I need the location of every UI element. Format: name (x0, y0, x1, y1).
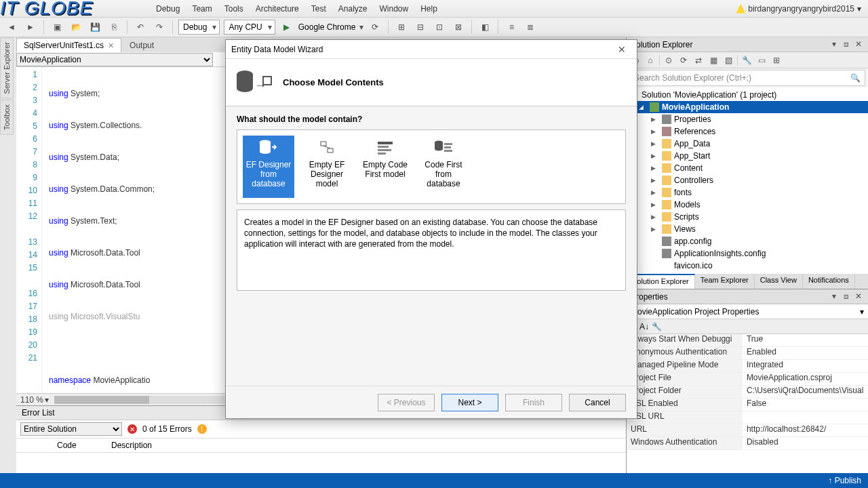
next-button[interactable]: Next > (441, 394, 498, 411)
toolbar-icon[interactable]: ⊞ (394, 20, 409, 35)
refresh-icon[interactable]: ⟳ (677, 54, 690, 66)
signed-in-user[interactable]: birdangryangryangrybird2015 ▾ (736, 4, 861, 14)
sidetab-server-explorer[interactable]: Server Explorer (0, 37, 14, 98)
tree-item[interactable]: ▶Properties (627, 113, 868, 125)
properties-grid[interactable]: Always Start When DebuggiTrueAnonymous A… (627, 334, 868, 473)
tree-item[interactable]: ▶Scripts (627, 211, 868, 223)
collapse-icon[interactable]: ⊙ (663, 54, 675, 66)
tab-notifications[interactable]: Notifications (803, 274, 855, 289)
right-panel-tabs: Solution Explorer Team Explorer Class Vi… (627, 274, 868, 289)
run-target[interactable]: Google Chrome (298, 22, 356, 32)
preview-icon[interactable]: ▭ (755, 54, 768, 66)
tree-item[interactable]: app.config (627, 235, 868, 247)
tab-team-explorer[interactable]: Team Explorer (695, 274, 755, 289)
property-row[interactable]: Project FolderC:\Users\iQra\Documents\Vi… (627, 386, 868, 399)
toolbar-icon[interactable]: ⊟ (413, 20, 428, 35)
alpha-sort-icon[interactable]: A↓ (639, 322, 649, 331)
namespace-select[interactable]: MovieApplication (16, 53, 213, 66)
editor-tab-output[interactable]: Output (123, 39, 161, 52)
tab-class-view[interactable]: Class View (755, 274, 803, 289)
dropdown-icon[interactable]: ▾ (829, 39, 840, 50)
menu-analyze[interactable]: Analyze (338, 4, 368, 14)
pin-icon[interactable]: ⧈ (841, 39, 852, 50)
close-icon[interactable]: ✕ (108, 41, 114, 50)
show-all-icon[interactable]: ▧ (722, 54, 734, 66)
properties-icon[interactable]: 🔧 (741, 54, 753, 66)
choice-empty-ef-designer[interactable]: Empty EF Designer model (301, 136, 353, 198)
property-row[interactable]: Managed Pipeline ModeIntegrated (627, 360, 868, 373)
toolbar-icon[interactable]: ≡ (504, 20, 519, 35)
zoom-level[interactable]: 110 % (20, 395, 43, 405)
editor-tab-active[interactable]: SqlServerUnitTest1.cs✕ (16, 38, 121, 52)
svg-rect-8 (378, 152, 386, 155)
platform-select[interactable]: Any CPU (224, 20, 275, 35)
error-scope-select[interactable]: Entire Solution (20, 422, 122, 436)
tree-item[interactable]: ▶App_Data (627, 138, 868, 150)
tree-item[interactable]: ApplicationInsights.config (627, 247, 868, 260)
tree-item[interactable]: favicon.ico (627, 260, 868, 272)
open-icon[interactable]: 📂 (68, 20, 83, 35)
close-icon[interactable]: ✕ (853, 291, 864, 302)
property-row[interactable]: URLhttp://localhost:26842/ (627, 424, 868, 437)
sidetab-toolbox[interactable]: Toolbox (0, 100, 14, 135)
choice-ef-designer-from-db[interactable]: EF Designer from database (243, 136, 294, 198)
tree-item[interactable]: ▶Controllers (627, 174, 868, 186)
view-icon[interactable]: ⊞ (770, 54, 783, 66)
dropdown-icon[interactable]: ▾ (829, 291, 840, 302)
save-all-icon[interactable]: ⎘ (106, 20, 121, 35)
start-debug-icon[interactable]: ▶ (279, 20, 294, 35)
home-icon[interactable]: ⌂ (644, 54, 656, 66)
cancel-button[interactable]: Cancel (569, 394, 626, 411)
property-row[interactable]: SSL URL (627, 411, 868, 424)
nav-forward-icon[interactable]: ► (23, 20, 38, 35)
tree-item[interactable]: ▶Content (627, 162, 868, 174)
menu-debug[interactable]: Debug (156, 4, 180, 14)
menu-help[interactable]: Help (420, 4, 437, 14)
menu-architecture[interactable]: Architecture (256, 4, 299, 14)
pin-icon[interactable]: ⧈ (841, 291, 852, 302)
save-icon[interactable]: 💾 (87, 20, 102, 35)
toolbar-icon[interactable]: ◧ (477, 20, 492, 35)
property-row[interactable]: Project FileMovieApplication.csproj (627, 373, 868, 386)
menu-test[interactable]: Test (311, 4, 326, 14)
error-count[interactable]: 0 of 15 Errors (142, 424, 192, 434)
props-icon[interactable]: 🔧 (652, 322, 662, 331)
choice-empty-code-first[interactable]: Empty Code First model (359, 136, 411, 198)
browser-refresh-icon[interactable]: ⟳ (368, 20, 382, 35)
undo-icon[interactable]: ↶ (133, 20, 148, 35)
show-all-icon[interactable]: ▦ (707, 54, 719, 66)
toolbar-icon[interactable]: ⊡ (432, 20, 447, 35)
tree-item[interactable]: ▶Models (627, 199, 868, 211)
previous-button: < Previous (378, 394, 435, 411)
solution-tree[interactable]: ▶Solution 'MovieApplication' (1 project)… (627, 87, 868, 274)
configuration-select[interactable]: Debug (178, 20, 220, 35)
choice-code-first-from-db[interactable]: Code First from database (418, 136, 469, 198)
project-node[interactable]: ◢MovieApplication (627, 101, 868, 113)
property-row[interactable]: Windows AuthenticationDisabled (627, 437, 868, 450)
solution-search-input[interactable]: Search Solution Explorer (Ctrl+;) 🔍 (629, 70, 865, 86)
sync-icon[interactable]: ⇄ (692, 54, 705, 66)
nav-back-icon[interactable]: ◄ (4, 20, 19, 35)
menu-tools[interactable]: Tools (224, 4, 243, 14)
close-icon[interactable]: ✕ (853, 39, 864, 50)
tree-item[interactable]: ▶fonts (627, 186, 868, 199)
new-project-icon[interactable]: ▣ (50, 20, 64, 35)
properties-header: Properties ▾ ⧈ ✕ (627, 289, 868, 304)
wizard-header-icon: → (237, 68, 272, 98)
toolbar-icon[interactable]: ⊠ (451, 20, 466, 35)
redo-icon[interactable]: ↷ (152, 20, 167, 35)
close-icon[interactable]: ✕ (612, 44, 631, 55)
menu-window[interactable]: Window (379, 4, 408, 14)
tree-item[interactable]: ▶Views (627, 223, 868, 235)
menu-team[interactable]: Team (192, 4, 212, 14)
properties-target-select[interactable]: MovieApplication Project Properties▾ (627, 304, 868, 319)
database-icon (258, 138, 279, 157)
toolbar-icon[interactable]: ≣ (523, 20, 538, 35)
property-row[interactable]: SSL EnabledFalse (627, 399, 868, 411)
solution-root[interactable]: ▶Solution 'MovieApplication' (1 project) (627, 89, 868, 101)
property-row[interactable]: Anonymous AuthenticationEnabled (627, 347, 868, 360)
publish-button[interactable]: ↑ Publish (828, 476, 861, 485)
tree-item[interactable]: ▶References (627, 125, 868, 138)
property-row[interactable]: Always Start When DebuggiTrue (627, 334, 868, 347)
tree-item[interactable]: ▶App_Start (627, 150, 868, 162)
